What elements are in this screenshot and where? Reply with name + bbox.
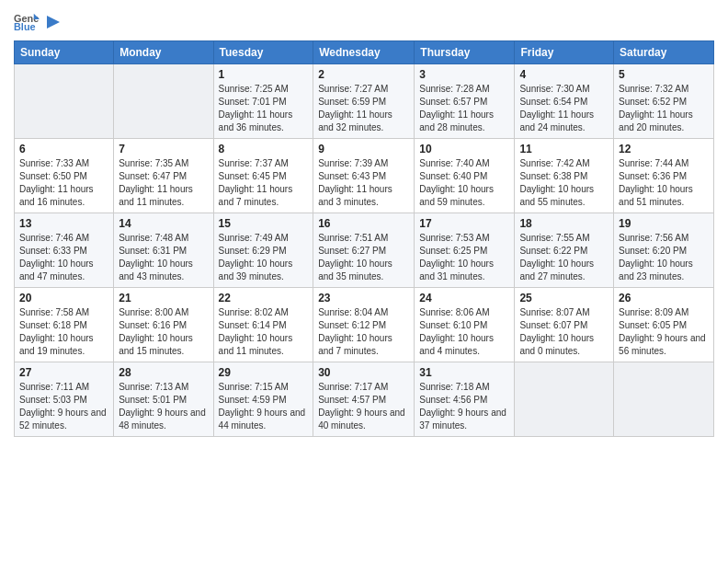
day-number: 22 [219,292,309,304]
day-info: Sunrise: 8:00 AM Sunset: 6:16 PM Dayligh… [119,306,208,358]
weekday-header: Saturday [614,41,714,64]
calendar-cell: 12Sunrise: 7:44 AM Sunset: 6:36 PM Dayli… [614,139,714,213]
calendar-cell: 7Sunrise: 7:35 AM Sunset: 6:47 PM Daylig… [114,139,213,213]
day-info: Sunrise: 7:46 AM Sunset: 6:33 PM Dayligh… [19,232,108,283]
day-number: 16 [318,217,409,230]
calendar-table: SundayMondayTuesdayWednesdayThursdayFrid… [14,40,714,437]
svg-marker-3 [47,16,60,29]
calendar-week-row: 13Sunrise: 7:46 AM Sunset: 6:33 PM Dayli… [15,213,714,288]
calendar-cell: 9Sunrise: 7:39 AM Sunset: 6:43 PM Daylig… [313,139,415,213]
calendar-cell: 17Sunrise: 7:53 AM Sunset: 6:25 PM Dayli… [415,213,515,288]
calendar-cell: 24Sunrise: 8:06 AM Sunset: 6:10 PM Dayli… [415,288,515,362]
day-number: 1 [219,68,309,81]
day-info: Sunrise: 7:13 AM Sunset: 5:01 PM Dayligh… [119,381,208,432]
calendar-cell: 23Sunrise: 8:04 AM Sunset: 6:12 PM Dayli… [313,288,415,362]
day-number: 20 [19,292,108,304]
calendar-cell: 18Sunrise: 7:55 AM Sunset: 6:22 PM Dayli… [515,213,614,288]
logo-icon: General Blue [14,9,40,35]
calendar-cell: 10Sunrise: 7:40 AM Sunset: 6:40 PM Dayli… [415,139,515,213]
calendar-cell: 5Sunrise: 7:32 AM Sunset: 6:52 PM Daylig… [614,64,714,139]
weekday-header: Monday [114,41,213,64]
day-number: 8 [219,143,309,155]
svg-text:Blue: Blue [14,21,36,32]
calendar-cell: 21Sunrise: 8:00 AM Sunset: 6:16 PM Dayli… [114,288,213,362]
calendar-cell: 15Sunrise: 7:49 AM Sunset: 6:29 PM Dayli… [213,213,313,288]
calendar-week-row: 20Sunrise: 7:58 AM Sunset: 6:18 PM Dayli… [15,288,714,362]
day-info: Sunrise: 7:56 AM Sunset: 6:20 PM Dayligh… [619,232,709,283]
day-number: 24 [419,292,509,304]
calendar-cell: 31Sunrise: 7:18 AM Sunset: 4:56 PM Dayli… [415,362,515,437]
day-number: 19 [619,217,709,230]
day-number: 18 [519,217,609,230]
day-info: Sunrise: 8:07 AM Sunset: 6:07 PM Dayligh… [519,306,609,358]
day-number: 5 [619,68,709,81]
day-info: Sunrise: 8:06 AM Sunset: 6:10 PM Dayligh… [419,306,509,358]
calendar-cell: 22Sunrise: 8:02 AM Sunset: 6:14 PM Dayli… [213,288,313,362]
calendar-cell [114,64,213,139]
logo-arrow-icon [43,16,60,29]
calendar-cell: 30Sunrise: 7:17 AM Sunset: 4:57 PM Dayli… [313,362,415,437]
day-info: Sunrise: 7:30 AM Sunset: 6:54 PM Dayligh… [519,83,609,134]
day-info: Sunrise: 7:39 AM Sunset: 6:43 PM Dayligh… [318,157,409,209]
calendar-cell: 4Sunrise: 7:30 AM Sunset: 6:54 PM Daylig… [515,64,614,139]
day-info: Sunrise: 7:17 AM Sunset: 4:57 PM Dayligh… [318,381,409,432]
day-info: Sunrise: 7:51 AM Sunset: 6:27 PM Dayligh… [318,232,409,283]
day-number: 2 [318,68,409,81]
calendar-cell [515,362,614,437]
calendar-cell: 6Sunrise: 7:33 AM Sunset: 6:50 PM Daylig… [15,139,114,213]
weekday-header: Friday [515,41,614,64]
calendar-cell: 28Sunrise: 7:13 AM Sunset: 5:01 PM Dayli… [114,362,213,437]
calendar-cell: 3Sunrise: 7:28 AM Sunset: 6:57 PM Daylig… [415,64,515,139]
day-number: 9 [318,143,409,155]
day-number: 12 [619,143,709,155]
calendar-cell: 29Sunrise: 7:15 AM Sunset: 4:59 PM Dayli… [213,362,313,437]
calendar-cell: 20Sunrise: 7:58 AM Sunset: 6:18 PM Dayli… [15,288,114,362]
day-number: 26 [619,292,709,304]
day-info: Sunrise: 7:28 AM Sunset: 6:57 PM Dayligh… [419,83,509,134]
day-number: 29 [219,366,309,379]
day-info: Sunrise: 7:15 AM Sunset: 4:59 PM Dayligh… [219,381,309,432]
day-info: Sunrise: 7:48 AM Sunset: 6:31 PM Dayligh… [119,232,208,283]
day-info: Sunrise: 7:42 AM Sunset: 6:38 PM Dayligh… [519,157,609,209]
calendar-cell: 14Sunrise: 7:48 AM Sunset: 6:31 PM Dayli… [114,213,213,288]
day-number: 17 [419,217,509,230]
day-info: Sunrise: 7:27 AM Sunset: 6:59 PM Dayligh… [318,83,409,134]
calendar-cell: 1Sunrise: 7:25 AM Sunset: 7:01 PM Daylig… [213,64,313,139]
day-info: Sunrise: 8:02 AM Sunset: 6:14 PM Dayligh… [219,306,309,358]
day-number: 27 [19,366,108,379]
calendar-cell [614,362,714,437]
calendar-cell: 19Sunrise: 7:56 AM Sunset: 6:20 PM Dayli… [614,213,714,288]
calendar-cell: 11Sunrise: 7:42 AM Sunset: 6:38 PM Dayli… [515,139,614,213]
day-number: 15 [219,217,309,230]
calendar-week-row: 6Sunrise: 7:33 AM Sunset: 6:50 PM Daylig… [15,139,714,213]
day-number: 11 [519,143,609,155]
day-info: Sunrise: 7:11 AM Sunset: 5:03 PM Dayligh… [19,381,108,432]
weekday-header: Tuesday [213,41,313,64]
calendar-cell: 16Sunrise: 7:51 AM Sunset: 6:27 PM Dayli… [313,213,415,288]
day-info: Sunrise: 7:35 AM Sunset: 6:47 PM Dayligh… [119,157,208,209]
day-number: 6 [19,143,108,155]
day-info: Sunrise: 7:49 AM Sunset: 6:29 PM Dayligh… [219,232,309,283]
calendar-cell: 26Sunrise: 8:09 AM Sunset: 6:05 PM Dayli… [614,288,714,362]
weekday-header: Thursday [415,41,515,64]
day-info: Sunrise: 7:33 AM Sunset: 6:50 PM Dayligh… [19,157,108,209]
calendar-cell: 13Sunrise: 7:46 AM Sunset: 6:33 PM Dayli… [15,213,114,288]
calendar-week-row: 27Sunrise: 7:11 AM Sunset: 5:03 PM Dayli… [15,362,714,437]
day-number: 14 [119,217,208,230]
day-info: Sunrise: 7:37 AM Sunset: 6:45 PM Dayligh… [219,157,309,209]
day-number: 21 [119,292,208,304]
day-info: Sunrise: 7:58 AM Sunset: 6:18 PM Dayligh… [19,306,108,358]
logo: General Blue [14,9,60,35]
day-info: Sunrise: 7:25 AM Sunset: 7:01 PM Dayligh… [219,83,309,134]
weekday-header: Wednesday [313,41,415,64]
day-number: 23 [318,292,409,304]
day-info: Sunrise: 7:18 AM Sunset: 4:56 PM Dayligh… [419,381,509,432]
day-info: Sunrise: 7:53 AM Sunset: 6:25 PM Dayligh… [419,232,509,283]
page: General Blue SundayMondayTuesdayWed [0,0,728,563]
day-number: 25 [519,292,609,304]
day-info: Sunrise: 8:09 AM Sunset: 6:05 PM Dayligh… [619,306,709,358]
calendar-cell: 25Sunrise: 8:07 AM Sunset: 6:07 PM Dayli… [515,288,614,362]
day-info: Sunrise: 7:44 AM Sunset: 6:36 PM Dayligh… [619,157,709,209]
calendar-cell: 27Sunrise: 7:11 AM Sunset: 5:03 PM Dayli… [15,362,114,437]
header: General Blue [14,9,714,35]
